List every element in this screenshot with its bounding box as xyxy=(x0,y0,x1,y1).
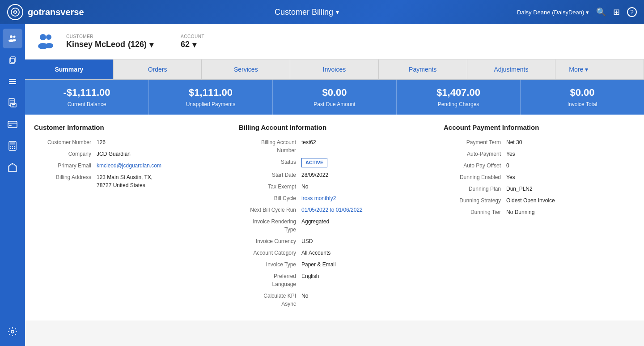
tab-payments[interactable]: Payments xyxy=(379,60,467,79)
invoice-type-value: Paper & Email xyxy=(301,261,417,269)
info-row-email: Primary Email kmcleod@jcdguardian.com xyxy=(34,162,212,170)
dunning-plan-label: Dunning Plan xyxy=(444,185,506,193)
unapplied-payments-label: Unapplied Payments xyxy=(158,101,263,107)
sidebar-item-creditcard[interactable] xyxy=(3,115,22,134)
invoice-total-value: $0.00 xyxy=(530,87,635,98)
dunning-tier-value: No Dunning xyxy=(506,208,622,216)
info-row-dunning-strategy: Dunning Strategy Oldest Open Invoice xyxy=(444,196,622,205)
auto-pay-offset-value: 0 xyxy=(506,162,622,170)
billing-account-label: Billing AccountNumber xyxy=(239,138,301,154)
svg-rect-13 xyxy=(12,106,14,107)
bill-cycle-value[interactable]: iross monthly2 xyxy=(301,194,417,202)
svg-point-1 xyxy=(10,35,13,38)
customer-info-title: Customer Information xyxy=(34,124,212,131)
next-bill-cycle-label: Next Bill Cycle Run xyxy=(239,206,301,214)
info-row-calculate-kpi: Calculate KPIAsync No xyxy=(239,292,417,308)
bill-cycle-label: Bill Cycle xyxy=(239,194,301,202)
company-value: JCD Guardian xyxy=(97,150,212,158)
tab-adjustments[interactable]: Adjustments xyxy=(467,60,556,79)
account-block: ACCOUNT 62 ▾ xyxy=(181,34,204,50)
info-row-auto-payment: Auto-Payment Yes xyxy=(444,150,622,158)
dunning-tier-label: Dunning Tier xyxy=(444,208,506,216)
svg-point-19 xyxy=(10,146,11,147)
svg-point-20 xyxy=(12,146,13,147)
svg-marker-25 xyxy=(8,163,17,171)
customer-id: (126) xyxy=(128,40,147,49)
info-row-language: PreferredLanguage English xyxy=(239,272,417,288)
payment-term-label: Payment Term xyxy=(444,138,506,146)
pending-charges-value: $1,407.00 xyxy=(406,87,511,98)
grid-icon[interactable]: ⊞ xyxy=(613,7,620,17)
user-display[interactable]: Daisy Deane (DaisyDean) ▾ xyxy=(517,9,589,16)
current-balance-label: Current Balance xyxy=(34,101,140,107)
tab-orders[interactable]: Orders xyxy=(114,60,202,79)
sidebar-item-document[interactable] xyxy=(3,93,22,113)
sidebar-item-dashboard[interactable] xyxy=(3,158,22,177)
payment-info-title: Account Payment Information xyxy=(444,124,622,131)
help-icon[interactable]: ? xyxy=(627,7,637,17)
unapplied-payments-value: $1,111.00 xyxy=(158,87,263,98)
info-row-address: Billing Address 123 Main St Austin, TX,7… xyxy=(34,173,212,189)
language-value: English xyxy=(301,272,417,280)
dunning-strategy-value: Oldest Open Invoice xyxy=(506,196,622,205)
sidebar-item-list[interactable] xyxy=(3,72,22,91)
status-label: Status xyxy=(239,158,301,166)
info-row-status: Status ACTIVE xyxy=(239,158,417,167)
customer-info-section: Customer Information Customer Number 126… xyxy=(34,124,225,312)
svg-rect-18 xyxy=(10,142,15,145)
payment-info-section: Account Payment Information Payment Term… xyxy=(430,124,635,312)
dunning-strategy-label: Dunning Strategy xyxy=(444,196,506,205)
tab-services[interactable]: Services xyxy=(202,60,290,79)
customer-number-value: 126 xyxy=(97,138,212,146)
billing-info-title: Billing Account Information xyxy=(239,124,417,131)
info-row-invoice-type: Invoice Type Paper & Email xyxy=(239,261,417,269)
svg-point-23 xyxy=(12,148,13,149)
tab-more[interactable]: More ▾ xyxy=(555,60,644,79)
info-row-dunning-plan: Dunning Plan Dun_PLN2 xyxy=(444,185,622,193)
svg-point-21 xyxy=(14,146,15,147)
account-number-text: 62 xyxy=(181,40,190,49)
currency-label: Invoice Currency xyxy=(239,237,301,245)
sidebar-item-users[interactable] xyxy=(3,29,22,48)
app-logo[interactable]: gotransverse xyxy=(7,4,97,20)
header-divider xyxy=(167,30,167,53)
card-pending-charges: $1,407.00 Pending Charges xyxy=(397,80,521,115)
svg-rect-11 xyxy=(11,103,16,107)
info-row-next-bill-cycle: Next Bill Cycle Run 01/05/2022 to 01/06/… xyxy=(239,206,417,214)
search-icon[interactable]: 🔍 xyxy=(596,7,606,17)
sidebar xyxy=(0,24,25,346)
svg-point-2 xyxy=(13,36,16,38)
account-category-value: All Accounts xyxy=(301,249,417,257)
invoice-total-label: Invoice Total xyxy=(530,101,635,107)
sidebar-item-calculator[interactable] xyxy=(3,136,22,156)
tab-summary[interactable]: Summary xyxy=(25,60,114,79)
calculate-kpi-label: Calculate KPIAsync xyxy=(239,292,301,308)
address-value: 123 Main St Austin, TX,78727 United Stat… xyxy=(97,173,212,189)
start-date-label: Start Date xyxy=(239,171,301,179)
app-name: gotransverse xyxy=(28,7,84,17)
svg-rect-8 xyxy=(9,81,16,82)
customer-avatar-icon xyxy=(34,31,57,52)
account-category-label: Account Category xyxy=(239,249,301,257)
info-row-company: Company JCD Guardian xyxy=(34,150,212,158)
title-dropdown-arrow[interactable]: ▾ xyxy=(336,9,339,16)
currency-value: USD xyxy=(301,237,417,245)
info-row-dunning-enabled: Dunning Enabled Yes xyxy=(444,173,622,181)
account-number: 62 ▾ xyxy=(181,40,204,50)
logo-icon xyxy=(7,4,23,20)
account-dropdown-arrow[interactable]: ▾ xyxy=(192,40,196,50)
info-row-tax-exempt: Tax Exempt No xyxy=(239,183,417,191)
customer-header: CUSTOMER Kinsey McLeod (126) ▾ ACCOUNT 6… xyxy=(25,24,644,60)
payment-term-value: Net 30 xyxy=(506,138,622,146)
email-value[interactable]: kmcleod@jcdguardian.com xyxy=(97,162,212,170)
customer-name: Kinsey McLeod (126) ▾ xyxy=(66,40,153,50)
tab-invoices[interactable]: Invoices xyxy=(290,60,379,79)
customer-dropdown-arrow[interactable]: ▾ xyxy=(149,40,153,50)
tax-exempt-label: Tax Exempt xyxy=(239,183,301,191)
status-value: ACTIVE xyxy=(301,158,417,167)
sidebar-item-settings[interactable] xyxy=(3,322,22,342)
sidebar-item-copy[interactable] xyxy=(3,50,22,70)
info-row-currency: Invoice Currency USD xyxy=(239,237,417,245)
company-label: Company xyxy=(34,150,97,158)
svg-point-29 xyxy=(46,34,51,40)
